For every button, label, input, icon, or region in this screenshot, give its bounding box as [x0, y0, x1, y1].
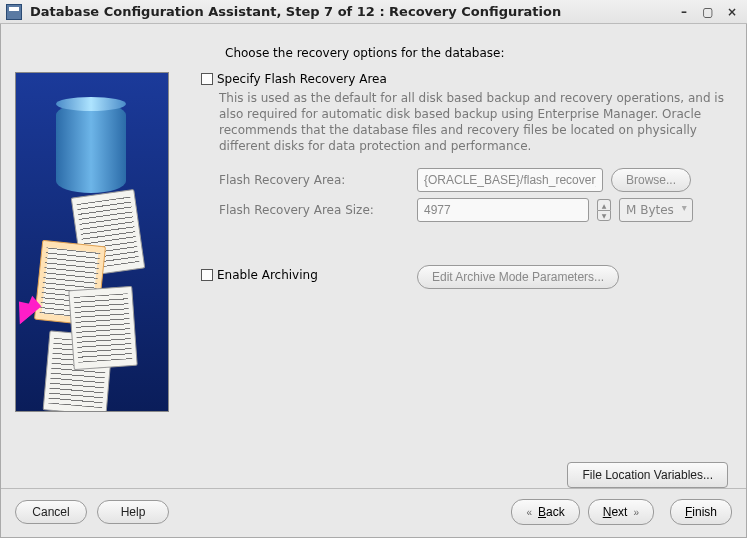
- browse-button[interactable]: Browse...: [611, 168, 691, 192]
- flash-recovery-size-label: Flash Recovery Area Size:: [219, 203, 409, 217]
- cancel-button[interactable]: Cancel: [15, 500, 87, 524]
- wizard-footer: Cancel Help « Back Next » Finish: [1, 488, 746, 537]
- checkbox-icon: [201, 73, 213, 85]
- database-icon: [56, 103, 126, 193]
- next-label: Next: [603, 505, 628, 519]
- enable-archiving-checkbox[interactable]: Enable Archiving: [201, 268, 409, 282]
- size-unit-value: M Bytes: [626, 203, 674, 217]
- close-button[interactable]: ×: [723, 5, 741, 19]
- intro-text: Choose the recovery options for the data…: [225, 46, 732, 60]
- spinner-up-button[interactable]: ▲: [597, 199, 611, 210]
- checkbox-label: Enable Archiving: [217, 268, 318, 282]
- page-graphic: [68, 286, 137, 370]
- spinner-down-button[interactable]: ▼: [597, 210, 611, 221]
- flash-recovery-area-input[interactable]: [417, 168, 603, 192]
- content-area: Choose the recovery options for the data…: [1, 24, 746, 456]
- file-location-variables-button[interactable]: File Location Variables...: [567, 462, 728, 488]
- app-icon: [6, 4, 22, 20]
- minimize-button[interactable]: –: [675, 5, 693, 19]
- maximize-button[interactable]: ▢: [699, 5, 717, 19]
- edit-archive-params-button[interactable]: Edit Archive Mode Parameters...: [417, 265, 619, 289]
- finish-label: Finish: [685, 505, 717, 519]
- checkbox-label: Specify Flash Recovery Area: [217, 72, 387, 86]
- flash-recovery-area-row: Flash Recovery Area: Browse...: [219, 168, 732, 192]
- size-spinner: ▲ ▼: [597, 199, 611, 221]
- wizard-side-image: [15, 72, 169, 412]
- specify-flash-recovery-checkbox[interactable]: Specify Flash Recovery Area: [201, 72, 732, 86]
- window-title: Database Configuration Assistant, Step 7…: [30, 4, 675, 19]
- back-label: Back: [538, 505, 565, 519]
- chevron-left-icon: «: [526, 507, 532, 518]
- file-location-row: File Location Variables...: [1, 456, 746, 488]
- size-unit-select[interactable]: M Bytes: [619, 198, 693, 222]
- window-body: Choose the recovery options for the data…: [0, 24, 747, 538]
- next-button[interactable]: Next »: [588, 499, 654, 525]
- back-button[interactable]: « Back: [511, 499, 579, 525]
- archiving-section: Enable Archiving Edit Archive Mode Param…: [201, 262, 732, 295]
- finish-button[interactable]: Finish: [670, 499, 732, 525]
- flash-recovery-size-input[interactable]: [417, 198, 589, 222]
- main-column: Choose the recovery options for the data…: [185, 46, 732, 446]
- checkbox-icon: [201, 269, 213, 281]
- flash-recovery-area-label: Flash Recovery Area:: [219, 173, 409, 187]
- flash-recovery-size-row: Flash Recovery Area Size: ▲ ▼ M Bytes: [219, 198, 732, 222]
- help-button[interactable]: Help: [97, 500, 169, 524]
- chevron-right-icon: »: [633, 507, 639, 518]
- flash-recovery-section: Specify Flash Recovery Area This is used…: [201, 72, 732, 228]
- flash-recovery-description: This is used as the default for all disk…: [219, 90, 728, 154]
- titlebar: Database Configuration Assistant, Step 7…: [0, 0, 747, 24]
